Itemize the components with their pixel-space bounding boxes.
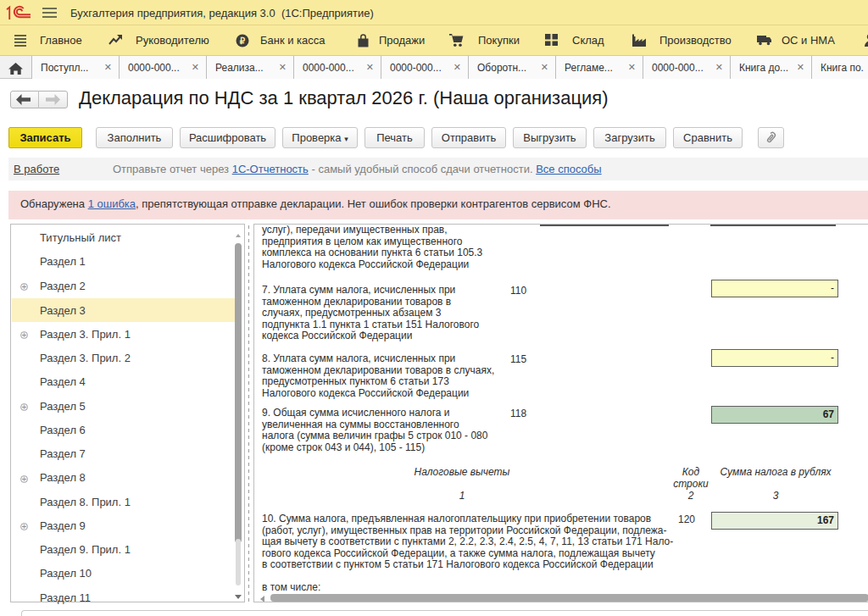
- svg-text:₽: ₽: [240, 36, 246, 46]
